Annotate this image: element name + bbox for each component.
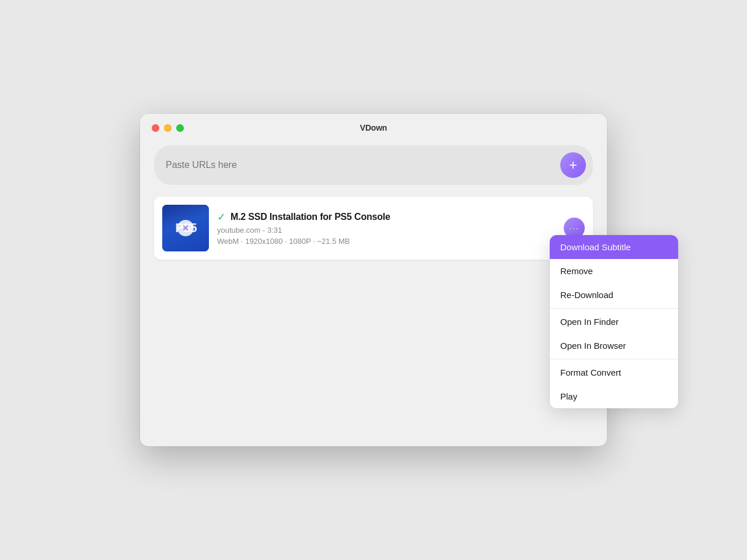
menu-divider-2: [550, 359, 678, 359]
x-icon: ✕: [182, 223, 189, 233]
video-title-row: ✓ M.2 SSD Installation for PS5 Console: [217, 211, 556, 223]
traffic-lights: [152, 124, 184, 132]
video-meta: youtube.com - 3:31: [217, 226, 556, 235]
menu-item-open-browser[interactable]: Open In Browser: [550, 334, 678, 358]
separator: -: [263, 226, 267, 235]
menu-item-play[interactable]: Play: [550, 384, 678, 408]
minimize-button[interactable]: [164, 124, 172, 132]
url-input[interactable]: [166, 160, 554, 170]
menu-item-remove[interactable]: Remove: [550, 259, 678, 283]
menu-divider-1: [550, 308, 678, 309]
check-icon: ✓: [217, 211, 226, 223]
url-bar: +: [154, 145, 593, 185]
plus-icon: +: [569, 158, 577, 172]
title-bar: VDown: [140, 114, 607, 139]
menu-item-format-convert[interactable]: Format Convert: [550, 360, 678, 384]
context-menu: Download Subtitle Remove Re-Download Ope…: [550, 235, 678, 408]
video-duration: 3:31: [267, 226, 282, 235]
video-title: M.2 SSD Installation for PS5 Console: [231, 212, 390, 222]
more-dots-icon: ···: [569, 223, 580, 233]
maximize-button[interactable]: [176, 124, 184, 132]
url-bar-container: +: [140, 139, 607, 197]
menu-item-download-subtitle[interactable]: Download Subtitle: [550, 235, 678, 259]
thumbnail-remove-button[interactable]: ✕: [177, 220, 194, 236]
video-source: youtube.com: [217, 226, 260, 235]
video-list: PS5 ✕ ✓ M.2 SSD Installation for PS5 Con…: [140, 197, 607, 260]
add-button[interactable]: +: [560, 152, 586, 178]
app-window: VDown + PS5 ✕ ✓ M: [140, 114, 607, 446]
more-button-container: ··· Download Subtitle Remove Re-Download…: [564, 218, 585, 239]
window-title: VDown: [360, 123, 387, 132]
video-specs: WebM · 1920x1080 · 1080P · ~21.5 MB: [217, 237, 556, 246]
video-thumbnail: PS5 ✕: [162, 205, 209, 251]
menu-item-redownload[interactable]: Re-Download: [550, 283, 678, 307]
video-info: ✓ M.2 SSD Installation for PS5 Console y…: [217, 211, 556, 246]
close-button[interactable]: [152, 124, 159, 132]
video-item: PS5 ✕ ✓ M.2 SSD Installation for PS5 Con…: [154, 197, 593, 260]
menu-item-open-finder[interactable]: Open In Finder: [550, 310, 678, 334]
